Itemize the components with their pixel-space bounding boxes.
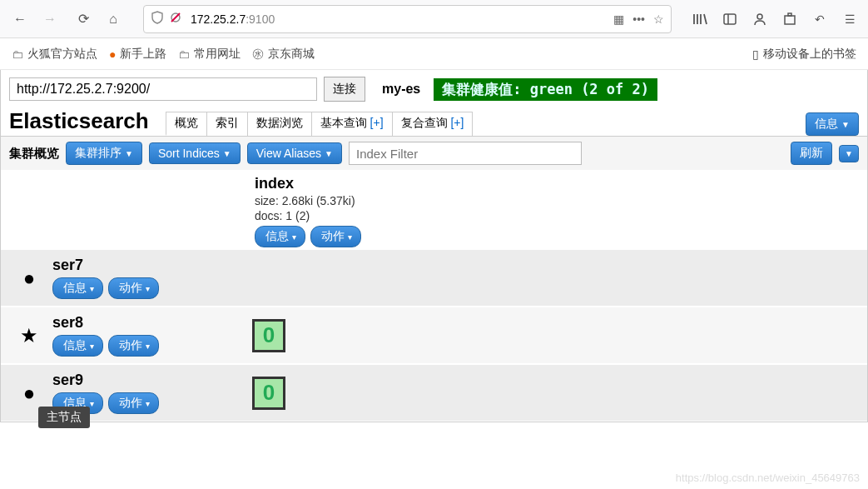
tab-browse[interactable]: 数据浏览 [247,112,312,136]
cluster-health-badge: 集群健康值: green (2 of 2) [434,78,657,101]
connect-row: 连接 my-es 集群健康值: green (2 of 2) [1,70,867,108]
master-node-icon: ★ [6,324,52,347]
shield-icon [151,11,164,27]
sidebar-icon[interactable] [718,7,742,31]
chevron-down-icon: ▾ [90,284,94,293]
url-bar[interactable]: 172.25.2.7:9100 ▦ ••• ☆ [143,5,672,33]
index-action-button[interactable]: 动作 ▾ [310,226,361,247]
node-action-button[interactable]: 动作 ▾ [108,335,159,357]
reload-button[interactable]: ⟳ [70,6,97,32]
node-row: ★ ser8 信息 ▾ 动作 ▾ 0 [1,307,867,364]
tracking-icon [169,11,182,27]
chevron-down-icon: ▾ [292,232,296,242]
node-action-button[interactable]: 动作 ▾ [108,277,159,299]
mobile-icon: ▯ [752,47,759,61]
bookmarks-bar: 🗀火狐官方站点 ●新手上路 🗀常用网址 ㊌京东商城 ▯移动设备上的书签 [0,38,868,70]
bookmark-item[interactable]: ㊌京东商城 [252,47,315,62]
index-header: index size: 2.68ki (5.37ki) docs: 1 (2) … [255,170,867,249]
node-name: ser9 [52,372,244,389]
globe-icon: ㊌ [252,47,264,62]
chevron-down-icon: ▾ [146,399,150,408]
svg-rect-5 [785,16,795,24]
chevron-down-icon: ▾ [90,342,94,351]
folder-icon: 🗀 [178,47,190,61]
library-icon[interactable] [688,7,712,31]
shard-box[interactable]: 0 [252,319,285,352]
more-icon[interactable]: ••• [632,12,645,26]
refresh-button[interactable]: 刷新 [791,142,832,165]
tabs: 概览 索引 数据浏览 基本查询 [+] 复合查询 [+] [166,112,473,136]
account-icon[interactable] [748,7,771,31]
sort-indices-button[interactable]: Sort Indices ▼ [149,142,241,164]
folder-icon: 🗀 [12,47,23,61]
chevron-down-icon: ▼ [223,149,231,158]
chevron-down-icon: ▾ [146,342,150,351]
node-status-icon: ● [6,382,52,405]
overview-toolbar: 集群概览 集群排序 ▼ Sort Indices ▼ View Aliases … [1,136,867,170]
chevron-down-icon: ▼ [841,120,850,129]
history-icon[interactable]: ↶ [808,7,831,31]
svg-point-4 [757,14,762,19]
node-name: ser7 [52,257,244,274]
tab-compound-query[interactable]: 复合查询 [+] [392,112,474,136]
back-button[interactable]: ← [7,6,33,32]
index-filter-input[interactable] [349,142,582,165]
chevron-down-icon: ▾ [348,232,352,242]
extensions-icon[interactable] [778,7,801,31]
svg-rect-6 [788,13,791,16]
title-tabs: Elasticsearch 概览 索引 数据浏览 基本查询 [+] 复合查询 [… [1,108,867,136]
index-size: size: 2.68ki (5.37ki) [255,194,867,207]
browser-toolbar: ← → ⟳ ⌂ 172.25.2.7:9100 ▦ ••• ☆ ↶ ☰ [0,0,868,38]
node-row: ● ser7 信息 ▾ 动作 ▾ [1,249,867,307]
url-text: 172.25.2.7:9100 [191,12,613,26]
index-docs: docs: 1 (2) [255,209,867,222]
firefox-icon: ● [109,47,116,61]
mobile-bookmarks[interactable]: ▯移动设备上的书签 [752,47,856,62]
node-name: ser8 [52,314,244,332]
node-info-button[interactable]: 信息 ▾ [52,335,103,357]
tab-indices[interactable]: 索引 [206,112,248,136]
overview-label: 集群概览 [9,146,59,162]
cluster-name: my-es [382,82,420,97]
master-node-tooltip: 主节点 [38,407,90,422]
home-button[interactable]: ⌂ [100,6,126,32]
tab-overview[interactable]: 概览 [166,112,207,136]
node-status-icon: ● [6,267,52,290]
menu-icon[interactable]: ☰ [838,7,861,31]
bookmark-item[interactable]: ●新手上路 [109,47,166,62]
app-title: Elasticsearch [9,108,149,134]
es-head: 连接 my-es 集群健康值: green (2 of 2) Elasticse… [0,70,868,422]
svg-rect-2 [724,14,736,24]
chevron-down-icon: ▼ [845,149,853,158]
chevron-down-icon: ▼ [325,149,333,158]
index-info-button[interactable]: 信息 ▾ [255,226,305,247]
shard-box[interactable]: 0 [252,377,285,410]
view-aliases-button[interactable]: View Aliases ▼ [247,142,342,164]
sort-cluster-button[interactable]: 集群排序 ▼ [66,142,142,165]
star-icon[interactable]: ☆ [653,12,664,26]
toolbar-icons: ↶ ☰ [688,7,861,31]
node-info-button[interactable]: 信息 ▾ [52,277,103,299]
refresh-dropdown[interactable]: ▼ [839,145,859,162]
chevron-down-icon: ▾ [90,399,94,408]
bookmark-item[interactable]: 🗀常用网址 [178,47,241,62]
info-button[interactable]: 信息 ▼ [806,112,859,136]
bookmark-item[interactable]: 🗀火狐官方站点 [12,47,97,62]
node-row: ● ser9 信息 ▾ 动作 ▾ 0 [1,364,867,422]
connect-button[interactable]: 连接 [324,77,365,102]
chevron-down-icon: ▼ [125,149,133,158]
qr-icon[interactable]: ▦ [613,12,624,26]
node-action-button[interactable]: 动作 ▾ [108,392,159,414]
tab-basic-query[interactable]: 基本查询 [+] [311,112,393,136]
cluster-url-input[interactable] [9,77,317,101]
chevron-down-icon: ▾ [146,284,150,293]
index-name[interactable]: index [255,175,867,192]
forward-button[interactable]: → [37,6,63,32]
